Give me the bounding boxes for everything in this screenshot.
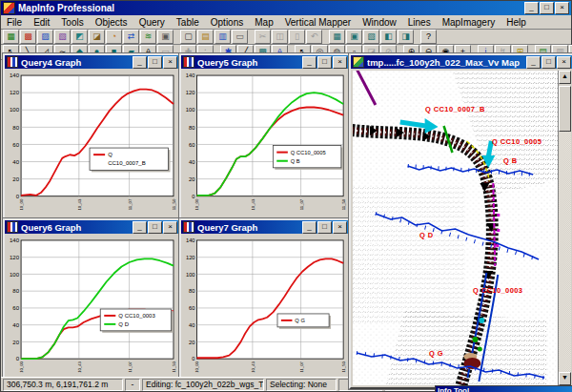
undo-button[interactable]: ↶ <box>306 30 322 44</box>
info-tool-window[interactable]: Info Tool <box>435 385 572 392</box>
app-close-button[interactable]: × <box>555 2 569 14</box>
app-minimize-button[interactable]: _ <box>524 2 539 14</box>
vm-grid-manager-button[interactable]: ▦ <box>3 30 19 44</box>
query6-close-button[interactable]: × <box>163 221 177 234</box>
app-title: MapInfo Professional <box>18 3 524 13</box>
menu-item-query[interactable]: Query <box>133 17 171 28</box>
map-label-cc10-0005: Q CC10_0005 <box>492 137 541 146</box>
status-zoom-indicator[interactable]: - <box>125 379 140 391</box>
svg-text:Q B: Q B <box>291 158 300 164</box>
query4-maximize-button[interactable]: □ <box>148 56 162 69</box>
query5-title: Query5 Graph <box>197 57 302 68</box>
query5-close-button[interactable]: × <box>333 56 347 69</box>
svg-text:40: 40 <box>189 322 195 328</box>
scroll-up-button[interactable]: ▲ <box>559 71 571 84</box>
svg-text:10_43: 10_43 <box>251 361 255 372</box>
save-table-button[interactable]: ▥ <box>214 30 231 44</box>
map-close-button[interactable]: × <box>557 56 571 69</box>
query5-maximize-button[interactable]: □ <box>317 56 332 69</box>
scroll-track[interactable] <box>559 132 571 372</box>
new-table-button[interactable]: ▢ <box>180 30 196 44</box>
menu-item-file[interactable]: File <box>1 17 28 28</box>
app-title-bar[interactable]: MapInfo Professional _ □ × <box>1 1 571 15</box>
menu-item-table[interactable]: Table <box>171 17 205 28</box>
query6-title: Query6 Graph <box>21 222 133 233</box>
menu-item-tools[interactable]: Tools <box>55 17 89 28</box>
copy-button[interactable]: ◫ <box>272 30 288 44</box>
app-maximize-button[interactable]: □ <box>540 2 554 14</box>
menu-item-vertical-mapper[interactable]: Vertical Mapper <box>279 17 357 28</box>
scroll-thumb[interactable] <box>559 86 571 132</box>
map-minimize-button[interactable]: _ <box>526 56 541 69</box>
menu-item-lines[interactable]: Lines <box>402 17 437 28</box>
vm-grid-info-button[interactable]: ▧ <box>54 30 71 44</box>
svg-text:140: 140 <box>186 237 195 243</box>
map-maximize-button[interactable]: □ <box>541 56 556 69</box>
vm-point-to-grid-button[interactable]: ▨ <box>37 30 53 44</box>
svg-text:100: 100 <box>186 272 195 278</box>
svg-text:10_00: 10_00 <box>19 198 24 210</box>
map-title-bar[interactable]: tmp.....fc_100y2h_022_Max_Vv Map _ □ × <box>351 55 572 69</box>
open-table-button[interactable]: ▤ <box>197 30 214 44</box>
cut-button[interactable]: ✂ <box>255 30 271 44</box>
menu-item-map[interactable]: Map <box>249 17 278 28</box>
query7-close-button[interactable]: × <box>333 221 347 234</box>
menu-item-help[interactable]: Help <box>500 17 532 28</box>
vm-create-grid-button[interactable]: ▩ <box>20 30 36 44</box>
svg-text:10_00: 10_00 <box>194 361 199 372</box>
graph-window-icon <box>183 56 194 68</box>
svg-text:20: 20 <box>189 340 195 345</box>
vm-contour-button[interactable]: ◔ <box>106 30 122 44</box>
query5-title-bar[interactable]: Query5 Graph _ □ × <box>181 55 349 69</box>
query4-title: Query4 Graph <box>21 57 133 68</box>
svg-text:40: 40 <box>12 159 19 165</box>
map-window-icon <box>353 56 364 68</box>
map-vertical-scrollbar[interactable]: ▲ ▼ <box>558 71 571 385</box>
query7-maximize-button[interactable]: □ <box>317 221 332 234</box>
query6-maximize-button[interactable]: □ <box>148 221 162 234</box>
menu-item-objects[interactable]: Objects <box>90 17 133 28</box>
scroll-down-button[interactable]: ▼ <box>559 372 571 385</box>
status-editing[interactable]: Editing: fc_100y2h_022b_wgs_TS <box>142 379 264 391</box>
new-mapper-button[interactable]: ▣ <box>346 30 362 44</box>
svg-text:11_07: 11_07 <box>128 361 133 372</box>
vm-drape-button[interactable]: ▣ <box>157 30 174 44</box>
query4-title-bar[interactable]: Query4 Graph _ □ × <box>5 55 179 69</box>
status-coordinates: 306,750.3 m, 6,191,761.2 m <box>3 379 123 391</box>
query4-minimize-button[interactable]: _ <box>133 56 147 69</box>
svg-text:120: 120 <box>10 90 20 95</box>
vm-cross-section-button[interactable]: ◩ <box>72 30 88 44</box>
map-canvas[interactable]: Q CC10_0007_B Q CC10_0005 Q B Q D Q CC10… <box>353 71 558 385</box>
svg-text:120: 120 <box>10 255 20 260</box>
query6-minimize-button[interactable]: _ <box>133 221 147 234</box>
svg-text:11_50: 11_50 <box>172 361 176 372</box>
new-browser-button[interactable]: ▦ <box>329 30 345 44</box>
query4-close-button[interactable]: × <box>163 56 177 69</box>
help-context-button[interactable]: ? <box>420 30 437 44</box>
svg-text:40: 40 <box>189 159 195 165</box>
mapinfo-logo-icon <box>3 2 15 14</box>
menu-item-window[interactable]: Window <box>357 17 402 28</box>
new-redistrict-button[interactable]: ◨ <box>398 30 414 44</box>
svg-text:140: 140 <box>186 72 195 78</box>
menu-item-options[interactable]: Options <box>205 17 249 28</box>
svg-text:0: 0 <box>16 194 20 199</box>
paste-button[interactable]: ▯ <box>289 30 305 44</box>
new-layout-button[interactable]: ◧ <box>380 30 397 44</box>
query5-minimize-button[interactable]: _ <box>302 56 317 69</box>
svg-text:80: 80 <box>189 288 195 294</box>
menu-item-edit[interactable]: Edit <box>28 17 55 28</box>
print-button[interactable]: ▭ <box>232 30 248 44</box>
svg-text:Q CC10_0005: Q CC10_0005 <box>291 150 327 155</box>
new-grapher-button[interactable]: ▧ <box>363 30 379 44</box>
vm-flow-button[interactable]: ⇄ <box>123 30 139 44</box>
svg-text:11_50: 11_50 <box>172 198 176 210</box>
query7-minimize-button[interactable]: _ <box>302 221 317 234</box>
query6-title-bar[interactable]: Query6 Graph _ □ × <box>5 220 179 234</box>
menu-item-mapimagery[interactable]: MapImagery <box>437 17 501 28</box>
vm-region-to-grid-button[interactable]: ◪ <box>89 30 105 44</box>
vm-terrain-button[interactable]: ≋ <box>140 30 156 44</box>
query4-chart: 02040608010012014010_0010_4311_0711_50QC… <box>7 71 177 217</box>
svg-text:10_43: 10_43 <box>77 198 82 210</box>
query7-title-bar[interactable]: Query7 Graph _ □ × <box>181 220 349 234</box>
